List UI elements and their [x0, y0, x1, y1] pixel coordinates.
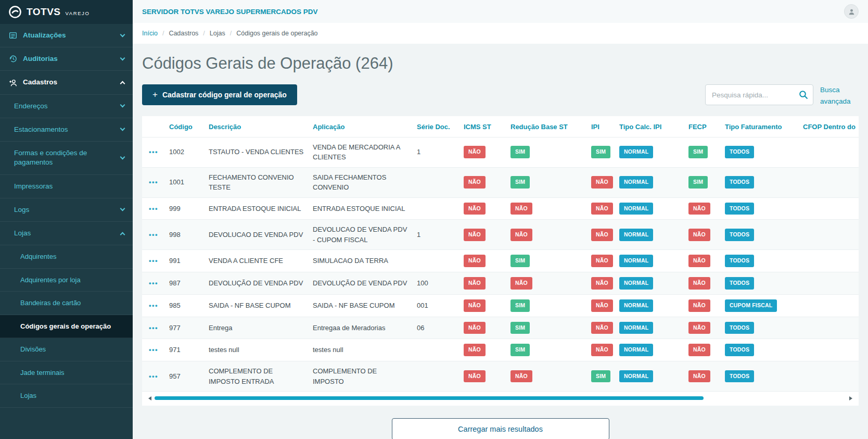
status-badge-nao: NÃO	[688, 370, 710, 383]
row-actions-button[interactable]: •••	[149, 372, 158, 380]
column-header-descricao[interactable]: Descrição	[205, 116, 309, 137]
column-header-tipo_fat[interactable]: Tipo Faturamento	[721, 116, 799, 137]
sidebar-item-auditorias[interactable]: Auditorias	[0, 47, 133, 71]
cell-descricao: Entrega	[205, 317, 309, 339]
status-badge-nao: NÃO	[591, 176, 613, 189]
status-badge-nao: NÃO	[464, 176, 486, 189]
row-actions-button[interactable]: •••	[149, 148, 158, 156]
status-badge-nao: NÃO	[464, 255, 486, 267]
row-actions-button[interactable]: •••	[149, 257, 158, 265]
sidebar-item-estacionamentos[interactable]: Estacionamentos	[0, 118, 133, 142]
add-operation-code-button[interactable]: + Cadastrar código geral de operação	[142, 84, 297, 105]
column-header-aplicacao[interactable]: Aplicação	[309, 116, 413, 137]
scroll-left-arrow[interactable]	[148, 396, 151, 400]
row-actions-button[interactable]: •••	[149, 302, 158, 309]
sidebar-item-codigos-gerais-de-operacao[interactable]: Códigos gerais de operação	[0, 315, 133, 338]
sidebar-item-jade-terminais[interactable]: Jade terminais	[0, 361, 133, 385]
status-badge-sim: SIM	[510, 344, 530, 356]
sidebar-item-bandeiras-de-cartao[interactable]: Bandeiras de cartão	[0, 292, 133, 315]
cell-tipo_calc: NORMAL	[615, 317, 684, 339]
cell-descricao: VENDA A CLIENTE CFE	[205, 250, 309, 272]
cell-serie: 1	[413, 220, 459, 250]
status-badge-sim: SIM	[688, 176, 708, 189]
cell-actions: •••	[142, 250, 165, 272]
column-header-icms_st[interactable]: ICMS ST	[459, 116, 506, 137]
status-badge-nao: NÃO	[591, 322, 613, 334]
sidebar-item-adquirentes[interactable]: Adquirentes	[0, 245, 133, 269]
row-actions-button[interactable]: •••	[149, 346, 158, 354]
chevron-down-icon	[120, 103, 125, 108]
cell-reducao: NÃO	[506, 361, 587, 392]
cell-tipo_calc: NORMAL	[615, 339, 684, 361]
row-actions-button[interactable]: •••	[149, 178, 158, 186]
column-header-tipo_calc[interactable]: Tipo Calc. IPI	[615, 116, 684, 137]
search-icon[interactable]	[798, 90, 809, 100]
column-header-cfop[interactable]: CFOP Dentro do	[799, 116, 859, 137]
status-badge-normal: NORMAL	[619, 203, 653, 215]
status-badge-nao: NÃO	[688, 344, 710, 356]
table-row-998: •••998DEVOLUCAO DE VENDA PDVDEVOLUCAO DE…	[142, 220, 859, 250]
sidebar-item-label: Atualizações	[23, 31, 116, 40]
status-badge-nao: NÃO	[688, 229, 710, 241]
cell-descricao: ENTRADA ESTOQUE INICIAL	[205, 197, 309, 220]
sidebar-item-atualizacoes[interactable]: Atualizações	[0, 24, 133, 47]
search-input[interactable]	[705, 84, 813, 105]
breadcrumb-separator: /	[230, 30, 232, 37]
cell-cfop	[799, 294, 859, 317]
sidebar-item-lojas[interactable]: Lojas	[0, 384, 133, 408]
app-logo[interactable]: TOTVS VAREJO	[0, 0, 133, 24]
column-header-codigo[interactable]: Código	[165, 116, 205, 137]
cell-reducao: NÃO	[506, 197, 587, 220]
sidebar-item-adquirentes-por-loja[interactable]: Adquirentes por loja	[0, 269, 133, 292]
cell-icms_st: NÃO	[459, 250, 506, 272]
status-badge-cupom-fiscal: CUPOM FISCAL	[725, 299, 777, 312]
cell-aplicacao: VENDA DE MERCADORIA A CLIENTES	[309, 137, 413, 167]
sidebar-item-enderecos[interactable]: Endereços	[0, 95, 133, 118]
toolbar: + Cadastrar código geral de operação Bus…	[142, 84, 859, 108]
breadcrumb-item-codigos-gerais-de-operacao[interactable]: Códigos gerais de operação	[236, 30, 317, 37]
cell-icms_st: NÃO	[459, 339, 506, 361]
column-header-ipi[interactable]: IPI	[587, 116, 615, 137]
advanced-search-link[interactable]: Busca avançada	[820, 84, 859, 108]
status-badge-nao: NÃO	[510, 277, 532, 290]
scroll-right-arrow[interactable]	[849, 396, 852, 400]
column-header-fecp[interactable]: FECP	[684, 116, 721, 137]
cell-ipi: NÃO	[587, 294, 615, 317]
status-badge-todos: TODOS	[725, 344, 754, 356]
row-actions-button[interactable]: •••	[149, 279, 158, 287]
load-more-button[interactable]: Carregar mais resultados	[392, 418, 609, 439]
row-actions-button[interactable]: •••	[149, 231, 158, 239]
status-badge-nao: NÃO	[688, 299, 710, 312]
cell-cfop	[799, 137, 859, 167]
scrollbar-thumb[interactable]	[155, 396, 704, 400]
chevron-down-icon	[120, 154, 125, 159]
sidebar-item-formas-e-condicoes-de-pagamentos[interactable]: Formas e condições de pagamentos	[0, 142, 133, 174]
sidebar-item-cadastros[interactable]: Cadastros	[0, 71, 133, 94]
breadcrumb-item-cadastros[interactable]: Cadastros	[169, 30, 198, 37]
sidebar-item-logs[interactable]: Logs	[0, 198, 133, 222]
sidebar-item-lojas[interactable]: Lojas	[0, 222, 133, 245]
breadcrumb-item-lojas[interactable]: Lojas	[210, 30, 225, 37]
row-actions-button[interactable]: •••	[149, 324, 158, 332]
cell-serie: 100	[413, 272, 459, 295]
cell-serie	[413, 167, 459, 197]
row-actions-button[interactable]: •••	[149, 205, 158, 212]
cell-serie: 1	[413, 137, 459, 167]
cell-icms_st: NÃO	[459, 272, 506, 295]
cell-icms_st: NÃO	[459, 317, 506, 339]
horizontal-scrollbar[interactable]	[148, 396, 852, 400]
sidebar-item-divisoes[interactable]: Divisões	[0, 338, 133, 361]
breadcrumb-item-inicio[interactable]: Início	[142, 30, 158, 37]
cell-aplicacao: ENTRADA ESTOQUE INICIAL	[309, 197, 413, 220]
status-badge-todos: TODOS	[725, 146, 754, 158]
user-avatar[interactable]	[844, 4, 859, 19]
column-header-serie[interactable]: Série Doc.	[413, 116, 459, 137]
main-area: SERVIDOR TOTVS VAREJO SUPERMERCADOS PDV …	[133, 0, 868, 439]
cell-serie: 001	[413, 294, 459, 317]
breadcrumb: Início/Cadastros/Lojas/Códigos gerais de…	[133, 23, 868, 44]
status-badge-sim: SIM	[510, 146, 530, 158]
sidebar-item-label: Estacionamentos	[14, 125, 116, 134]
cell-serie: 06	[413, 317, 459, 339]
sidebar-item-impressoras[interactable]: Impressoras	[0, 175, 133, 198]
column-header-reducao[interactable]: Redução Base ST	[506, 116, 587, 137]
